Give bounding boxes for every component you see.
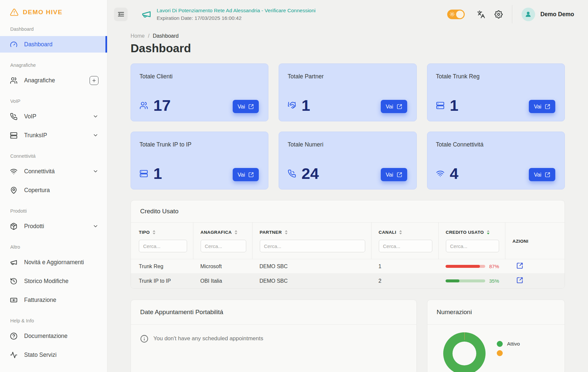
add-anagrafica-button[interactable] — [90, 76, 98, 85]
sidebar-item-copertura[interactable]: Copertura — [0, 182, 107, 198]
sort-arrows-icon — [235, 230, 237, 234]
vai-button-trunk-ip[interactable]: Vai — [233, 168, 259, 181]
cell-partner: DEMO SBC — [252, 259, 371, 274]
column-header-partner[interactable]: PARTNER — [260, 230, 365, 235]
sidebar-item-trunksip[interactable]: TrunksIP — [0, 127, 107, 144]
phone-icon — [288, 169, 296, 178]
chevron-down-icon — [93, 113, 98, 119]
stat-value: 17 — [153, 98, 171, 113]
language-icon[interactable] — [477, 10, 485, 19]
stat-title: Totale Trunk Reg — [436, 73, 555, 80]
column-header-credito-usato[interactable]: CREDITO USATO — [446, 230, 499, 235]
sidebar-item-documentazione[interactable]: Documentazione — [0, 328, 107, 344]
sidebar-item-anagrafiche[interactable]: Anagrafiche — [0, 72, 107, 89]
cell-tipo: Trunk Reg — [131, 259, 193, 274]
progress-percent: 35% — [489, 278, 499, 284]
vai-button-trunk-reg[interactable]: Vai — [529, 100, 555, 113]
server-icon — [436, 101, 445, 110]
vai-button-clienti[interactable]: Vai — [233, 100, 259, 113]
vai-button-numeri[interactable]: Vai — [381, 168, 407, 181]
vai-button-connettivita[interactable]: Vai — [529, 168, 555, 181]
open-external-icon[interactable] — [516, 262, 523, 269]
sidebar-section-dashboard: Dashboard — [0, 26, 107, 32]
sidebar-section-voip: VoIP — [0, 99, 107, 104]
cell-canali: 2 — [371, 274, 438, 288]
breadcrumb-home[interactable]: Home — [131, 33, 145, 39]
legend-dot-orange — [497, 350, 503, 356]
banknote-icon — [10, 296, 18, 304]
page-title: Dashboard — [131, 42, 565, 55]
search-tipo-input[interactable] — [139, 240, 187, 252]
column-label: TIPO — [139, 230, 150, 235]
sidebar-section-anagrafiche: Anagrafiche — [0, 62, 107, 68]
breadcrumb: Home / Dashboard — [131, 33, 565, 39]
open-external-icon[interactable] — [516, 277, 523, 284]
cell-credito-usato: 35% — [438, 274, 505, 288]
history-icon — [10, 277, 18, 285]
cell-canali: 1 — [371, 259, 438, 274]
external-link-icon — [545, 172, 550, 178]
chevron-down-icon — [93, 168, 98, 174]
column-header-azioni: AZIONI — [513, 239, 559, 244]
breadcrumb-current: Dashboard — [153, 33, 178, 39]
stat-title: Totale Clienti — [139, 73, 259, 80]
appointments-panel: Date Appuntamenti Portabilitá You don't … — [131, 300, 417, 372]
sidebar-item-stato-servizi[interactable]: Stato Servizi — [0, 347, 107, 363]
search-partner-input[interactable] — [260, 240, 365, 252]
column-label: ANAGRAFICA — [201, 230, 232, 235]
announcement-banner[interactable]: Lavori Di Potenziamento Rete Ad Alessand… — [141, 8, 316, 21]
progress-track — [446, 279, 485, 282]
activity-icon — [10, 351, 18, 359]
external-link-icon — [397, 104, 402, 109]
cell-anagrafica: Microsoft — [193, 259, 252, 274]
avatar — [522, 8, 535, 21]
handshake-icon — [288, 101, 296, 110]
sidebar-item-label: Novitá e Aggiornamenti — [24, 259, 98, 266]
toggle-knob — [456, 11, 464, 18]
credito-usato-card: Credito Usato TIPO — [131, 200, 565, 289]
sidebar-item-connettivita[interactable]: Connettivitá — [0, 163, 107, 180]
sidebar-item-label: Stato Servizi — [24, 351, 98, 358]
sidebar-item-label: VoIP — [24, 113, 86, 120]
sidebar-item-prodotti[interactable]: Prodotti — [0, 218, 107, 234]
external-link-icon — [248, 172, 254, 178]
sidebar-item-novita[interactable]: Novitá e Aggiornamenti — [0, 254, 107, 270]
external-link-icon — [248, 104, 254, 109]
column-header-anagrafica[interactable]: ANAGRAFICA — [201, 230, 246, 235]
sidebar-collapse-button[interactable] — [114, 8, 128, 21]
stat-card-totale-clienti: Totale Clienti 17 Vai — [131, 63, 268, 121]
info-circle-icon — [140, 335, 148, 343]
sun-icon — [450, 12, 455, 17]
announcement-title[interactable]: Lavori Di Potenziamento Rete Ad Alessand… — [157, 8, 316, 14]
settings-gear-icon[interactable] — [494, 10, 503, 19]
stat-title: Totale Partner — [288, 73, 407, 80]
vai-button-partner[interactable]: Vai — [381, 100, 407, 113]
help-circle-icon — [10, 332, 18, 340]
sidebar-item-dashboard[interactable]: Dashboard — [0, 36, 107, 53]
sidebar: DEMO HIVE Dashboard Dashboard Anagrafich… — [0, 0, 107, 372]
stat-title: Totale Connettivitá — [436, 141, 555, 148]
search-credito-input[interactable] — [446, 240, 499, 252]
logo[interactable]: DEMO HIVE — [0, 0, 107, 17]
stat-card-totale-partner: Totale Partner 1 Vai — [279, 63, 416, 121]
stat-title: Totale Trunk IP to IP — [139, 141, 259, 148]
announcement-expiration: Expiration Date: 17/03/2025 16:00:42 — [157, 15, 316, 21]
cell-credito-usato: 87% — [438, 259, 505, 274]
sidebar-item-fatturazione[interactable]: Fatturazione — [0, 292, 107, 308]
legend-item-orange — [497, 350, 520, 356]
external-link-icon — [397, 172, 402, 178]
theme-toggle[interactable] — [447, 10, 465, 19]
sidebar-item-voip[interactable]: VoIP — [0, 108, 107, 125]
stat-value: 1 — [301, 98, 310, 113]
chevron-down-icon — [93, 223, 98, 229]
sort-arrows-icon — [153, 230, 155, 234]
sidebar-item-storico-modifiche[interactable]: Storico Modifiche — [0, 273, 107, 289]
progress-percent: 87% — [489, 264, 499, 269]
column-label: PARTNER — [260, 230, 282, 235]
user-menu[interactable]: Demo Demo — [522, 8, 574, 21]
cell-tipo: Trunk IP to IP — [131, 274, 193, 288]
search-anagrafica-input[interactable] — [201, 240, 246, 252]
column-header-tipo[interactable]: TIPO — [139, 230, 187, 235]
column-header-canali[interactable]: CANALI — [379, 230, 432, 235]
search-canali-input[interactable] — [379, 240, 432, 252]
